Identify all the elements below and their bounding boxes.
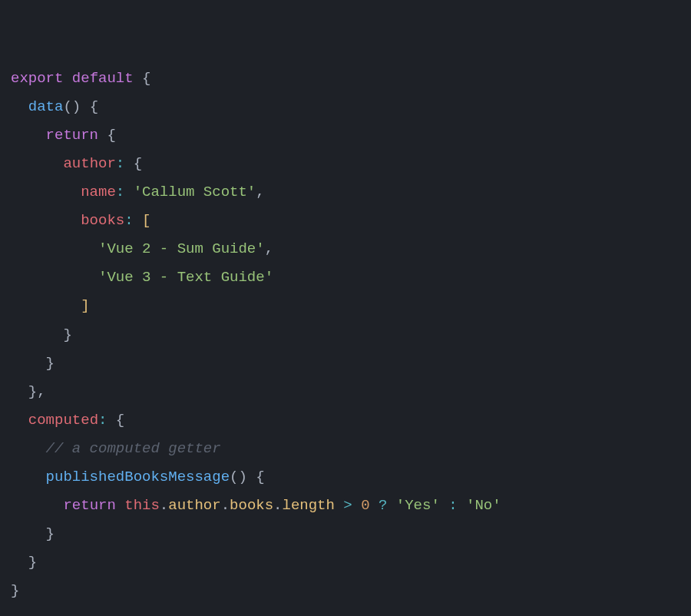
code-line: computed: {	[11, 412, 124, 429]
brace-open: {	[256, 469, 264, 485]
bracket-open: [	[142, 212, 150, 229]
brace-open: {	[142, 70, 150, 87]
number-zero: 0	[361, 497, 369, 514]
code-line: }	[11, 326, 72, 343]
code-line: author: {	[11, 155, 142, 172]
bracket-close: ]	[81, 297, 89, 314]
keyword-export: export	[11, 70, 63, 87]
brace-close: }	[28, 383, 37, 400]
prop-name: name	[81, 184, 116, 200]
prop-books: books	[81, 212, 124, 229]
operator-ternary-colon: :	[448, 497, 457, 514]
comma: ,	[265, 240, 273, 257]
colon: :	[98, 412, 107, 429]
code-line: data() {	[11, 98, 98, 115]
brace-open: {	[90, 98, 98, 115]
code-line: ]	[11, 297, 90, 314]
comment: // a computed getter	[46, 440, 221, 457]
brace-open: {	[116, 412, 124, 429]
brace-open: {	[107, 127, 115, 144]
code-line: 'Vue 2 - Sum Guide',	[11, 240, 273, 257]
ident-length: length	[283, 497, 335, 514]
operator-gt: >	[343, 497, 352, 514]
prop-author: author	[63, 155, 115, 172]
dot: .	[160, 497, 168, 514]
comma: ,	[37, 383, 45, 400]
code-line: }	[11, 554, 37, 571]
code-line: name: 'Callum Scott',	[11, 184, 265, 200]
method-data: data	[28, 98, 64, 115]
method-published: publishedBooksMessage	[46, 469, 230, 485]
keyword-return: return	[63, 497, 115, 514]
code-line: },	[11, 383, 46, 400]
brace-open: {	[134, 155, 142, 172]
brace-close: }	[11, 582, 19, 599]
brace-close: }	[28, 554, 37, 571]
code-line: }	[11, 525, 55, 542]
colon: :	[116, 155, 124, 172]
code-line: }	[11, 355, 55, 372]
code-line: publishedBooksMessage() {	[11, 469, 265, 485]
keyword-return: return	[46, 127, 98, 144]
code-line: }	[11, 582, 19, 599]
brace-close: }	[63, 326, 71, 343]
prop-computed: computed	[28, 412, 98, 429]
code-line: return this.author.books.length > 0 ? 'Y…	[11, 497, 501, 514]
parens: ()	[230, 469, 247, 485]
string-literal: 'Callum Scott'	[134, 184, 256, 200]
brace-close: }	[46, 355, 55, 372]
code-line: export default {	[11, 70, 150, 87]
dot: .	[221, 497, 230, 514]
ident-books: books	[230, 497, 273, 514]
code-line: books: [	[11, 212, 150, 229]
parens: ()	[63, 98, 81, 115]
operator-ternary-q: ?	[379, 497, 387, 514]
string-literal: 'Vue 3 - Text Guide'	[98, 269, 273, 286]
string-no: 'No'	[466, 497, 501, 514]
brace-close: }	[46, 525, 55, 542]
keyword-default: default	[72, 70, 134, 87]
code-line: 'Vue 3 - Text Guide'	[11, 269, 273, 286]
code-line: // a computed getter	[11, 440, 221, 457]
ident-author: author	[168, 497, 220, 514]
code-line: return {	[11, 127, 116, 144]
dot: .	[273, 497, 282, 514]
colon: :	[124, 212, 133, 229]
colon: :	[116, 184, 124, 200]
string-yes: 'Yes'	[396, 497, 440, 514]
keyword-this: this	[124, 497, 160, 514]
code-block: export default { data() { return { autho…	[11, 65, 680, 605]
string-literal: 'Vue 2 - Sum Guide'	[98, 240, 265, 257]
comma: ,	[256, 184, 264, 200]
